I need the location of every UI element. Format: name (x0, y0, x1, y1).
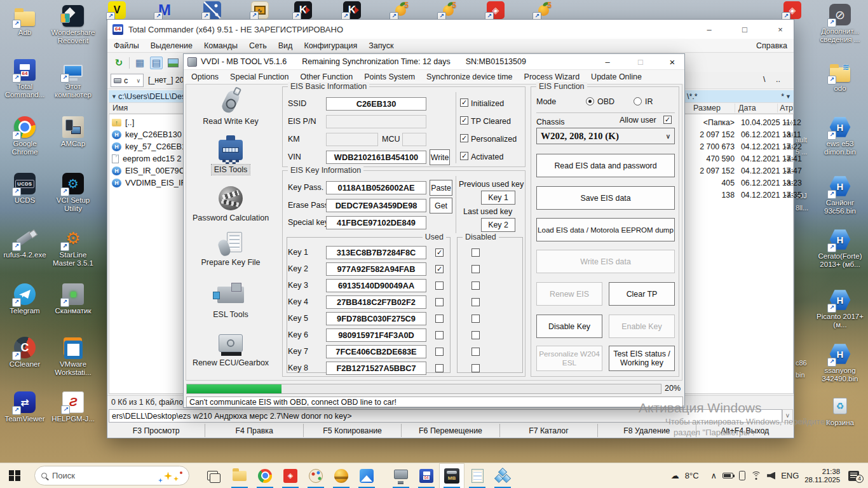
taskbar-app-photos[interactable] (354, 463, 379, 488)
desktop-icon-picanto[interactable]: HPicanto 2017+ (м... (815, 289, 865, 329)
taskbar-app-explorer[interactable] (227, 463, 252, 488)
volume-icon[interactable] (767, 472, 775, 480)
read-eis-button[interactable]: Read EIS data and password (536, 154, 675, 177)
taskbar-app-paint[interactable] (303, 463, 329, 488)
desktop-icon-scanmatik[interactable]: Сканматик (48, 283, 98, 315)
renew-eis-button[interactable]: Renew EIS (536, 282, 602, 306)
desktop-icon-sanyong[interactable]: HСанйонг 93c56.bin (815, 175, 865, 215)
f5-copy-button[interactable]: F5 Копирование (304, 424, 402, 437)
desktop-icon-vci-setup[interactable]: ⚙VCI Setup Utility (48, 173, 98, 213)
desktop-icon-ews-e53[interactable]: Hews e53 dimon.bin (815, 116, 865, 156)
get-button[interactable]: Get (430, 198, 452, 214)
taskbar-app-vvdi[interactable]: MB (439, 463, 465, 488)
weather-cloud-icon[interactable]: ☁ (671, 471, 679, 480)
table-row[interactable]: 470 59004.12.2021 17:41-a-- (684, 152, 793, 165)
refresh-icon[interactable]: ↻ (112, 57, 125, 69)
tc-minimize-button[interactable]: – (701, 25, 717, 34)
test-eis-status-button[interactable]: Test EIS status / Working key (609, 346, 675, 371)
save-eis-button[interactable]: Save EIS data (536, 186, 675, 210)
notification-center-button[interactable]: 4 (848, 471, 859, 481)
obd-radio[interactable] (586, 97, 594, 105)
desktop-icon-teamviewer[interactable]: ⇄TeamViewer (0, 391, 50, 423)
key4-used-checkbox[interactable]: ✓ (435, 298, 444, 306)
temperature-text[interactable]: 8°C (685, 471, 699, 480)
language-indicator[interactable]: ENG (781, 471, 799, 480)
sidebar-item-prepare-key-file[interactable]: Prepare Key File (189, 232, 273, 268)
desktop-icon-total-commander[interactable]: 64Total Command... (0, 59, 50, 99)
enable-key-button[interactable]: Enable Key (609, 315, 675, 338)
menu-special-function[interactable]: Special Function (230, 72, 288, 81)
mcu-field[interactable] (402, 133, 426, 146)
table-row[interactable]: <Папка>10.04.2025 11:12---- (684, 116, 793, 128)
paste-button[interactable]: Paste (430, 180, 452, 196)
start-button[interactable] (0, 463, 29, 488)
key3-used-checkbox[interactable]: ✓ (435, 281, 444, 290)
desktop-shortcut-v-icon[interactable]: V (108, 1, 126, 19)
key4-disabled-checkbox[interactable]: ✓ (471, 298, 480, 306)
desktop-icon-chrome[interactable]: Google Chrome (0, 116, 50, 156)
key1-field[interactable]: 313EC8B7B7284F8C (326, 246, 426, 259)
tc-right-header[interactable]: Размер Дата Атр (684, 102, 794, 114)
menu-other-function[interactable]: Other Function (301, 72, 353, 81)
vvdi-close-button[interactable]: × (664, 57, 681, 67)
desktop-icon-ccleaner[interactable]: CCCleaner (0, 337, 50, 369)
key1-used-checkbox[interactable]: ✓ (435, 248, 444, 257)
desktop-shortcut-fruit1-icon[interactable]: 5 (391, 1, 409, 19)
desktop-shortcut-k1-icon[interactable]: K (294, 1, 312, 19)
vvdi-title-bar[interactable]: VVDI - MB TOOL V5.1.6 Remaining Synchron… (184, 54, 684, 70)
desktop-shortcut-fruit2-icon[interactable]: 5 (439, 1, 457, 19)
brief-view-icon[interactable]: ▦ (133, 57, 146, 69)
allow-user-checkbox[interactable]: ✓ (663, 116, 672, 124)
key2-button[interactable]: Key 2 (481, 218, 515, 232)
clear-tp-button[interactable]: Clear TP (609, 282, 675, 306)
menu-points-system[interactable]: Points System (364, 72, 415, 81)
tc-maximize-button[interactable]: □ (736, 25, 753, 34)
ssid-field[interactable]: C26EB130 (326, 97, 426, 111)
desktop-shortcut-m-icon[interactable]: M (156, 1, 173, 19)
tc-menu-files[interactable]: Файлы (114, 41, 139, 50)
sidebar-item-esl-tools[interactable]: ESL Tools (189, 280, 273, 320)
desktop-icon-rufus[interactable]: rufus-4.2.exe (0, 227, 50, 259)
key7-field[interactable]: 7FCE406CB2DE683E (326, 345, 426, 358)
load-eis-button[interactable]: Load EIS data / Motorola EEPROM dump (536, 218, 675, 241)
vvdi-minimize-button[interactable]: – (599, 57, 616, 67)
key8-used-checkbox[interactable]: ✓ (435, 364, 444, 372)
taskbar-app-chrome[interactable] (252, 463, 278, 488)
taskbar-app-red[interactable]: ◈ (278, 463, 303, 488)
desktop-icon-amcap[interactable]: AMCap (48, 116, 98, 148)
disable-key-button[interactable]: Disable Key (536, 315, 602, 338)
desktop-icon-telegram[interactable]: Telegram (0, 283, 50, 315)
tc-right-path[interactable]: \*.* * ▼ (684, 90, 794, 102)
desktop-shortcut-fruit3-icon[interactable]: 5 (534, 1, 552, 19)
key2-disabled-checkbox[interactable]: ✓ (471, 265, 480, 273)
table-row[interactable]: 2 097 15206.12.2021 13:11-a-- (684, 128, 793, 140)
key3-field[interactable]: 69135140D90049AA (326, 279, 426, 292)
taskbar-app-sphere[interactable] (329, 463, 354, 488)
tc-menu-start[interactable]: Запуск (369, 41, 393, 50)
f6-move-button[interactable]: F6 Перемещение (402, 424, 499, 437)
drive-selector[interactable]: c ∨ (111, 74, 144, 87)
table-row[interactable]: 2 097 15204.12.2021 17:47-a-- (684, 165, 793, 177)
tc-menu-net[interactable]: Сеть (249, 41, 267, 50)
special-key-field[interactable]: 41FBCE97102DE849 (326, 216, 426, 229)
menu-sync-device-time[interactable]: Synchronize device time (426, 72, 512, 81)
chassis-select[interactable]: W202, 208, 210 (K) ∨ (536, 128, 675, 144)
table-row[interactable]: 2 700 67304.12.2021 17:22-a-- (684, 140, 793, 152)
eis-pn-field[interactable] (326, 115, 426, 128)
vvdi-maximize-button[interactable]: □ (632, 57, 649, 67)
menu-options[interactable]: Options (191, 72, 219, 81)
table-row[interactable]: 40506.12.2021 13:23-a-- (684, 177, 793, 189)
sidebar-item-renew-ecu-gearbox[interactable]: Renew ECU/Gearbox (189, 329, 273, 368)
desktop-icon-helpgm[interactable]: ƧHELPGM-J... (48, 391, 98, 423)
key5-used-checkbox[interactable]: ✓ (435, 315, 444, 323)
taskbar-app-crystals[interactable] (490, 463, 515, 488)
tc-close-button[interactable]: × (772, 25, 789, 34)
write-eis-button[interactable]: Write EIS data (536, 250, 675, 273)
key6-field[interactable]: 980915971F4F3A0D (326, 329, 426, 342)
key5-disabled-checkbox[interactable]: ✓ (471, 315, 480, 323)
key2-used-checkbox[interactable]: ✓ (435, 265, 444, 273)
desktop-icon-this-pc[interactable]: Этот компьютер (48, 59, 98, 99)
desktop-icon-cerato[interactable]: HCerato(Forte) 2013+ (мб... (815, 229, 865, 269)
task-view-button[interactable] (207, 471, 218, 480)
key8-field[interactable]: F2B1271527A5BBC7 (326, 362, 426, 375)
